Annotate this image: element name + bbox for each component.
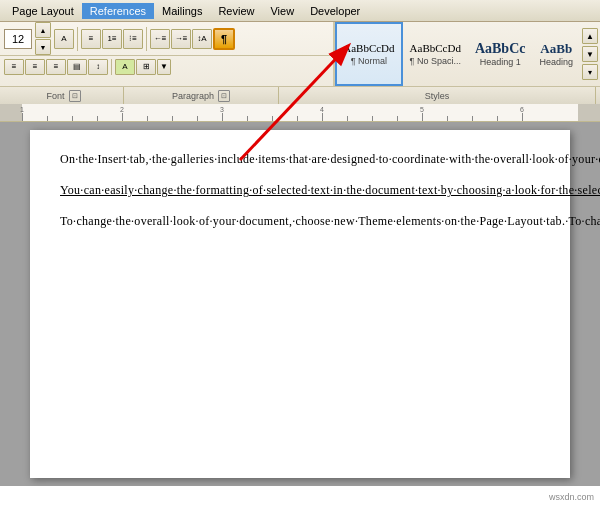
ruler-mark-0: 1 [20,106,24,113]
document-page[interactable]: On·the·Insert·tab,·the·galleries·include… [30,130,570,478]
ruler-mark-2: 2 [120,106,124,113]
paragraph-expand-btn[interactable]: ⊡ [218,90,230,102]
shading-btn[interactable]: A [115,59,135,75]
paragraph-group-label: Paragraph ⊡ [124,87,279,104]
sort-btn[interactable]: ↕A [192,29,212,49]
ruler-content: 1 2 3 4 5 6 [22,104,578,121]
menu-developer[interactable]: Developer [302,3,368,19]
ruler-mark-5: 5 [420,106,424,113]
clear-format-btn[interactable]: A [54,29,74,49]
sep2 [146,27,147,51]
increase-indent-btn[interactable]: →≡ [171,29,191,49]
line-spacing-btn[interactable]: ↕ [88,59,108,75]
style-h2-preview: AaBb [540,41,572,57]
style-heading1-btn[interactable]: AaBbCc Heading 1 [468,22,533,86]
sep3 [111,59,112,75]
styles-scroll-up-btn[interactable]: ▲ [582,28,598,44]
ribbon: 12 ▲ ▼ A ≡ 1≡ ⁝≡ ←≡ →≡ ↕A [0,22,600,104]
ruler-left-margin [0,104,22,121]
menu-mailings[interactable]: Mailings [154,3,210,19]
menu-view[interactable]: View [262,3,302,19]
menu-references[interactable]: References [82,3,154,19]
show-formatting-btn[interactable]: ¶ [213,28,235,50]
font-size-down-btn[interactable]: ▼ [35,39,51,55]
style-normal-label: ¶ Normal [351,56,387,66]
ruler-mark-4: 4 [320,106,324,113]
ruler-mark-6: 6 [520,106,524,113]
style-nospacing-preview: AaBbCcDd [410,42,461,55]
style-nospacing-label: ¶ No Spaci... [410,56,461,66]
style-nospacing-btn[interactable]: AaBbCcDd ¶ No Spaci... [403,22,468,86]
watermark: wsxdn.com [549,492,594,502]
decrease-indent-btn[interactable]: ←≡ [150,29,170,49]
bullets-btn[interactable]: ≡ [81,29,101,49]
font-size-up-btn[interactable]: ▲ [35,22,51,38]
ruler: 1 2 3 4 5 6 [0,104,600,122]
paragraph-1: On·the·Insert·tab,·the·galleries·include… [60,150,540,169]
menu-bar: Page Layout References Mailings Review V… [0,0,600,22]
styles-expand-btn[interactable]: ▾ [582,64,598,80]
menu-review[interactable]: Review [210,3,262,19]
paragraph-2: You·can·easily·change·the·formatting·of·… [60,181,540,200]
font-size-input[interactable]: 12 [4,29,32,49]
numbering-btn[interactable]: 1≡ [102,29,122,49]
document-area: On·the·Insert·tab,·the·galleries·include… [0,122,600,486]
styles-area: AaBbCcDd ¶ Normal AaBbCcDd ¶ No Spaci...… [333,22,600,86]
styles-group-label: Styles [279,87,596,104]
style-h1-preview: AaBbCc [475,41,526,58]
style-heading2-btn[interactable]: AaBb Heading [532,22,580,86]
align-left-btn[interactable]: ≡ [4,59,24,75]
ruler-mark-3: 3 [220,106,224,113]
ribbon-row1: 12 ▲ ▼ A ≡ 1≡ ⁝≡ ←≡ →≡ ↕A [0,22,333,55]
ribbon-row2: ≡ ≡ ≡ ▤ ↕ A ⊞ ▼ [0,55,333,77]
paragraph-3: To·change·the·overall·look·of·your·docum… [60,212,540,231]
styles-scroll-down-btn[interactable]: ▼ [582,46,598,62]
menu-page-layout[interactable]: Page Layout [4,3,82,19]
style-normal-btn[interactable]: AaBbCcDd ¶ Normal [335,22,402,86]
borders-btn[interactable]: ⊞ [136,59,156,75]
ruler-tick-0 [22,113,23,121]
ribbon-labels: Font ⊡ Paragraph ⊡ Styles [0,86,600,104]
style-h2-label: Heading [539,57,573,67]
multilevel-btn[interactable]: ⁝≡ [123,29,143,49]
style-normal-preview: AaBbCcDd [343,42,394,55]
style-h1-label: Heading 1 [480,57,521,67]
font-expand-btn[interactable]: ⊡ [69,90,81,102]
font-group-label: Font ⊡ [4,87,124,104]
borders-dropdown-btn[interactable]: ▼ [157,59,171,75]
ruler-right-margin [578,104,600,121]
align-right-btn[interactable]: ≡ [46,59,66,75]
align-center-btn[interactable]: ≡ [25,59,45,75]
sep1 [77,27,78,51]
justify-btn[interactable]: ▤ [67,59,87,75]
